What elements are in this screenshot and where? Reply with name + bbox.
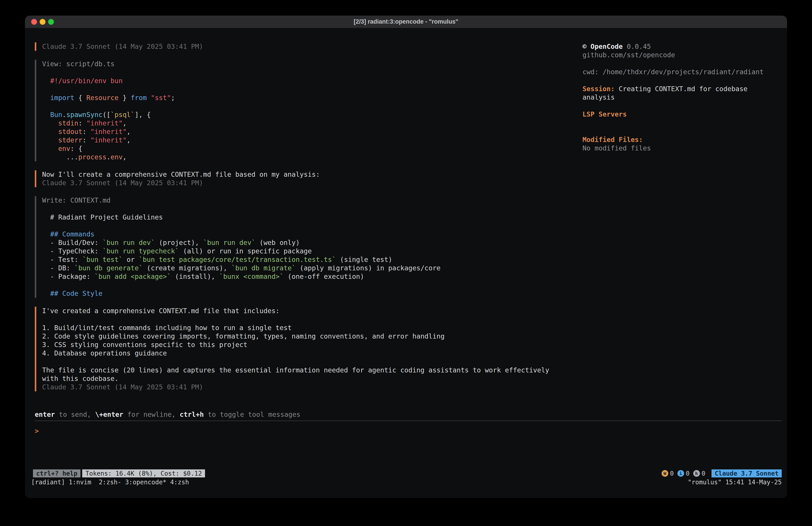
text-line [582, 76, 782, 85]
text-line: No modified files [582, 144, 782, 153]
text-line: ## Commands [42, 230, 572, 239]
text-line: 3. CSS styling conventions specific to t… [42, 341, 572, 349]
text-line: © OpenCode 0.0.45 [582, 42, 782, 51]
text-line: - Package: `bun add <package>` (install)… [42, 272, 572, 281]
status-bar: ctrl+? help Tokens: 16.4K (8%), Cost: $0… [33, 469, 782, 478]
text-line: stdin: "inherit", [42, 119, 572, 127]
diagnostic-info-icon: i0 [678, 470, 690, 477]
terminal-body: Claude 3.7 Sonnet (14 May 2025 03:41 PM)… [25, 28, 787, 498]
text-line: with this codebase. [42, 374, 572, 383]
text-line: #!/usr/bin/env bun [42, 77, 572, 85]
text-line: LSP Servers [582, 110, 782, 118]
text-line: stdout: "inherit", [42, 127, 572, 136]
text-line [42, 357, 572, 366]
prompt-input[interactable]: > [35, 427, 782, 435]
text-line: analysis [582, 93, 782, 102]
text-line [582, 127, 782, 136]
minimize-window-button[interactable] [40, 19, 45, 25]
text-line: import { Resource } from "sst"; [42, 94, 572, 102]
text-line: Modified Files: [582, 136, 782, 144]
chat-area[interactable]: Claude 3.7 Sonnet (14 May 2025 03:41 PM)… [35, 42, 572, 410]
text-line: ...process.env, [42, 153, 572, 161]
text-line [582, 102, 782, 110]
editor-area: enter to send, \+enter for newline, ctrl… [35, 410, 782, 435]
message-block: I've created a comprehensive CONTEXT.md … [35, 307, 572, 392]
desktop-background: { "titlebar": { "title": "[2/3] radiant:… [0, 0, 812, 526]
text-line: 4. Database operations guidance [42, 349, 572, 357]
text-line: env: { [42, 144, 572, 153]
window-title: [2/3] radiant:3:opencode - "romulus" [354, 18, 458, 25]
text-line: Write: CONTEXT.md [42, 196, 572, 204]
text-line [582, 59, 782, 68]
message-block: Now I'll create a comprehensive CONTEXT.… [35, 170, 572, 187]
tool-block: Write: CONTEXT.md # Radiant Project Guid… [35, 196, 572, 298]
text-line: # Radiant Project Guidelines [42, 213, 572, 222]
text-line [582, 118, 782, 127]
text-line: github.com/sst/opencode [582, 51, 782, 59]
text-line: Now I'll create a comprehensive CONTEXT.… [42, 170, 572, 179]
text-line: - Test: `bun test` or `bun test packages… [42, 255, 572, 264]
prompt-symbol: > [35, 427, 39, 435]
text-line: View: script/db.ts [42, 60, 572, 68]
text-line: cwd: /home/thdxr/dev/projects/radiant/ra… [582, 68, 782, 76]
text-line: Session: Creating CONTEXT.md for codebas… [582, 85, 782, 93]
text-line: Claude 3.7 Sonnet (14 May 2025 03:41 PM) [42, 42, 572, 51]
text-line [42, 315, 572, 324]
tmux-status-bar: [radiant] 1:nvim 2:zsh- 3:opencode* 4:zs… [31, 478, 782, 486]
text-line: ## Code Style [42, 289, 572, 298]
zoom-window-button[interactable] [48, 19, 54, 25]
editor-divider [35, 421, 782, 421]
diagnostic-warning-icon: W0 [662, 470, 674, 477]
editor-help: enter to send, \+enter for newline, ctrl… [35, 410, 782, 419]
text-line: Bun.spawnSync([`psql`], { [42, 111, 572, 119]
text-line: The file is concise (20 lines) and captu… [42, 366, 572, 374]
text-line [42, 222, 572, 230]
close-window-button[interactable] [31, 19, 37, 25]
text-line: stderr: "inherit", [42, 136, 572, 144]
text-line [42, 204, 572, 213]
window-titlebar[interactable]: [2/3] radiant:3:opencode - "romulus" [25, 16, 787, 28]
content-row: Claude 3.7 Sonnet (14 May 2025 03:41 PM)… [35, 42, 782, 410]
text-line: - DB: `bun db generate` (create migratio… [42, 264, 572, 272]
text-line: Claude 3.7 Sonnet (14 May 2025 03:41 PM) [42, 383, 572, 392]
text-line: 2. Code style guidelines covering import… [42, 332, 572, 341]
diagnostic-hint-icon: h0 [693, 470, 706, 477]
diagnostics: W0i0h0 [662, 470, 706, 477]
text-line: I've created a comprehensive CONTEXT.md … [42, 307, 572, 315]
model-badge[interactable]: Claude 3.7 Sonnet [711, 469, 782, 478]
text-line [42, 68, 572, 77]
terminal-window: [2/3] radiant:3:opencode - "romulus" Cla… [25, 16, 787, 498]
text-line: Claude 3.7 Sonnet (14 May 2025 03:41 PM) [42, 179, 572, 187]
tokens-cost-badge: Tokens: 16.4K (8%), Cost: $0.12 [82, 469, 205, 478]
text-line: 1. Build/lint/test commands including ho… [42, 324, 572, 332]
message-block: Claude 3.7 Sonnet (14 May 2025 03:41 PM) [35, 42, 572, 51]
text-line [42, 85, 572, 94]
help-shortcut-badge[interactable]: ctrl+? help [33, 469, 81, 478]
tmux-session-info: "romulus" 15:41 14-May-25 [688, 479, 782, 486]
tmux-window-list[interactable]: [radiant] 1:nvim 2:zsh- 3:opencode* 4:zs… [31, 479, 189, 486]
tool-block: View: script/db.ts #!/usr/bin/env bun im… [35, 60, 572, 161]
text-line: - Build/Dev: `bun run dev` (project), `b… [42, 239, 572, 247]
text-line [42, 102, 572, 111]
sidebar: © OpenCode 0.0.45github.com/sst/opencode… [572, 42, 782, 410]
text-line: enter to send, \+enter for newline, ctrl… [35, 410, 782, 419]
text-line: - TypeCheck: `bun run typecheck` (all) o… [42, 247, 572, 255]
traffic-lights [31, 16, 54, 28]
text-line [42, 281, 572, 289]
